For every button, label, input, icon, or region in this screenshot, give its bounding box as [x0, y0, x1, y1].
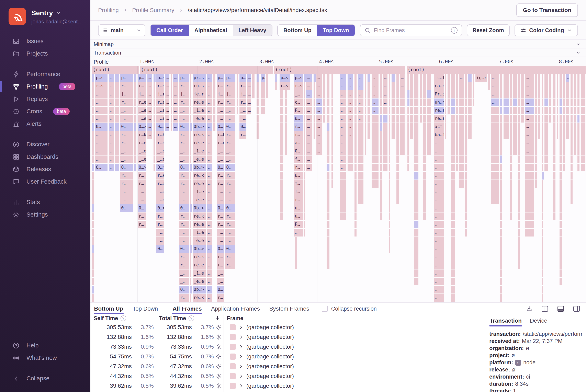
flamegraph-frame[interactable]: _…e [156, 196, 164, 204]
gear-icon[interactable] [214, 344, 224, 350]
flamegraph-frame[interactable]: … [207, 237, 212, 245]
flamegraph-frame[interactable]: p… [138, 74, 146, 82]
flamegraph-frame[interactable]: 0b…> [193, 204, 206, 212]
flamegraph-frame[interactable]: … [147, 82, 152, 90]
flamegraph-frame[interactable]: … [207, 123, 212, 131]
flamegraph-frame[interactable]: f… [294, 180, 303, 188]
flamegraph-frame[interactable]: r…s [294, 82, 303, 90]
tab-all-frames[interactable]: All Frames [172, 304, 202, 314]
gear-icon[interactable] [214, 383, 224, 389]
flamegraph-frame-stack[interactable] [400, 90, 405, 156]
flamegraph-frame[interactable]: re…e [193, 180, 206, 188]
flamegraph-frame[interactable]: … [348, 82, 353, 90]
flamegraph-frame[interactable]: … [173, 115, 178, 122]
flamegraph-frame[interactable]: … [316, 139, 322, 147]
flamegraph-frame[interactable]: … [306, 98, 312, 106]
flamegraph-frame[interactable]: 0… [294, 147, 303, 155]
layout-left-icon[interactable] [541, 306, 548, 312]
flamegraph-frame[interactable]: … [165, 74, 169, 82]
transaction-row[interactable]: Transaction [90, 49, 586, 57]
flamegraph-frame[interactable]: p… [179, 74, 189, 82]
sidebar-item-discover[interactable]: Discover [0, 138, 90, 150]
flamegraph-frame[interactable]: … [434, 196, 444, 204]
flamegraph-frame[interactable]: … [109, 123, 114, 131]
flamegraph-frame[interactable]: … [372, 98, 378, 106]
flamegraph-frame[interactable]: … [207, 212, 212, 220]
flamegraph-frame[interactable]: u… [294, 115, 303, 122]
flamegraph-frame[interactable]: … [340, 82, 346, 90]
flamegraph-frame[interactable]: Pr…d [434, 90, 444, 98]
flamegraph-frame[interactable] [407, 98, 409, 106]
flamegraph-frame[interactable]: re…k [193, 294, 206, 302]
flamegraph-frame[interactable]: … [340, 90, 346, 98]
flamegraph-frame-stack[interactable] [280, 90, 283, 221]
flamegraph-frame[interactable] [327, 123, 329, 131]
flamegraph-frame-stack[interactable] [518, 74, 520, 270]
flamegraph-frame[interactable]: c… [294, 98, 303, 106]
flamegraph-frame-stack[interactable] [445, 74, 446, 139]
flamegraph-frame[interactable]: _… [217, 147, 224, 155]
flamegraph-frame[interactable]: r…s [280, 82, 290, 90]
flamegraph-frame[interactable]: … [95, 139, 108, 147]
flamegraph-frame-stack[interactable] [257, 82, 259, 139]
flamegraph-frame[interactable]: … [294, 229, 303, 236]
flamegraph-frame[interactable]: _… [225, 107, 235, 114]
flamegraph-frame[interactable]: … [247, 90, 251, 98]
flamegraph-frame[interactable]: … [340, 123, 346, 131]
flamegraph-frame[interactable]: … [372, 107, 378, 114]
flamegraph-frame[interactable]: _… [138, 188, 146, 196]
flamegraph-frame[interactable]: r… [217, 221, 224, 228]
flamegraph-frame[interactable]: … [173, 82, 178, 90]
flamegraph-frame-stack[interactable] [566, 82, 569, 139]
flamegraph-frame[interactable]: _e…e [193, 196, 206, 204]
flamegraph-frame-stack[interactable] [354, 74, 357, 237]
flamegraph-frame[interactable] [500, 107, 502, 114]
flamegraph-frame[interactable]: 0b…> [193, 164, 206, 171]
flamegraph[interactable]: (root)(root)(root)(root)p…sr…s…………0……………… [92, 66, 586, 302]
flamegraph-frame-stack[interactable] [396, 74, 399, 204]
flamegraph-frame[interactable] [414, 221, 418, 228]
flamegraph-frame[interactable]: 0… [217, 286, 224, 294]
gear-icon[interactable] [214, 324, 224, 330]
frame-cell[interactable]: (garbage collector) [224, 334, 294, 340]
flamegraph-frame[interactable]: re…k [193, 253, 206, 261]
flamegraph-frame[interactable] [275, 74, 277, 82]
flamegraph-frame[interactable]: _… [217, 107, 224, 114]
sidebar-item-what-s-new[interactable]: What's new [0, 352, 90, 364]
flamegraph-frame[interactable]: … [316, 90, 322, 98]
flamegraph-frame-stack[interactable] [581, 74, 585, 172]
flamegraph-frame[interactable]: p… [261, 74, 265, 82]
flamegraph-frame[interactable]: … [306, 147, 312, 155]
flamegraph-frame-stack[interactable] [331, 74, 333, 188]
flamegraph-frame[interactable]: … [491, 98, 499, 106]
flamegraph-frame[interactable]: r… [156, 221, 164, 228]
flamegraph-frame[interactable]: … [383, 98, 387, 106]
chevron-down-icon[interactable] [576, 42, 581, 46]
flamegraph-frame[interactable]: … [247, 82, 251, 90]
flamegraph-frame[interactable]: … [566, 74, 569, 82]
flamegraph-frame[interactable] [468, 74, 471, 82]
flamegraph-frame[interactable]: r…e [156, 180, 164, 188]
flamegraph-frame-stack[interactable] [348, 139, 353, 172]
flamegraph-frame[interactable]: r… [294, 123, 303, 131]
flamegraph-frame[interactable]: re…e [193, 221, 206, 228]
flamegraph-frame[interactable]: … [434, 172, 444, 180]
flamegraph-frame[interactable]: _… [217, 229, 224, 236]
segment-alphabetical[interactable]: Alphabetical [189, 25, 233, 36]
flamegraph-frame[interactable]: r… [179, 172, 189, 180]
flamegraph-frame[interactable]: _1…e [193, 270, 206, 277]
flamegraph-frame[interactable]: 0…> [156, 204, 164, 212]
flamegraph-frame[interactable]: … [95, 156, 108, 163]
flamegraph-frame-stack[interactable] [389, 74, 390, 253]
flamegraph-frame[interactable]: a… [294, 139, 303, 147]
frame-cell[interactable]: (garbage collector) [224, 373, 294, 380]
flamegraph-frame[interactable]: 0… [95, 123, 108, 131]
flamegraph-frame[interactable]: … [207, 98, 212, 106]
flamegraph-frame[interactable]: … [316, 98, 322, 106]
flamegraph-frame[interactable]: … [165, 123, 169, 131]
flamegraph-frame[interactable]: r… [225, 139, 235, 147]
flamegraph-frame-stack[interactable] [314, 82, 315, 139]
flamegraph-frame[interactable]: 0b…> [193, 245, 206, 253]
flamegraph-frame[interactable]: … [306, 82, 312, 90]
flamegraph-frame[interactable]: … [340, 139, 346, 147]
